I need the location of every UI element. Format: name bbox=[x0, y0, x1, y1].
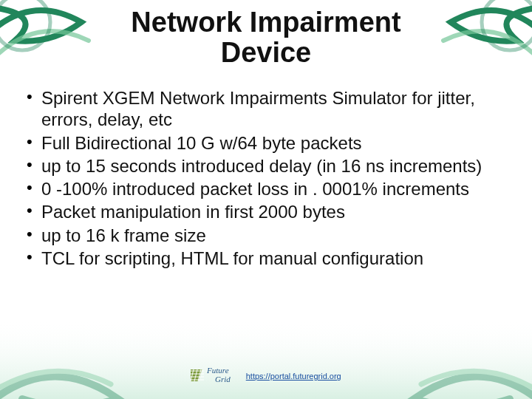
slide: Network Impairment Device Spirent XGEM N… bbox=[0, 0, 532, 399]
slide-body: Spirent XGEM Network Impairments Simulat… bbox=[25, 87, 511, 270]
bullet-list: Spirent XGEM Network Impairments Simulat… bbox=[25, 87, 511, 269]
title-line-2: Device bbox=[221, 37, 312, 68]
bullet-text: Full Bidirectional 10 G w/64 byte packet… bbox=[41, 133, 362, 153]
logo-text-top: Future bbox=[206, 366, 229, 375]
footer-link[interactable]: https://portal.futuregrid.org bbox=[246, 372, 341, 381]
list-item: TCL for scripting, HTML for manual confi… bbox=[25, 248, 511, 269]
list-item: up to 16 k frame size bbox=[25, 225, 511, 246]
slide-title: Network Impairment Device bbox=[0, 7, 532, 68]
logo-text-bottom: Grid bbox=[215, 375, 231, 383]
bullet-text: Spirent XGEM Network Impairments Simulat… bbox=[41, 88, 475, 129]
bullet-text: TCL for scripting, HTML for manual confi… bbox=[41, 248, 423, 268]
bullet-text: 0 -100% introduced packet loss in . 0001… bbox=[41, 179, 469, 199]
list-item: 0 -100% introduced packet loss in . 0001… bbox=[25, 178, 511, 200]
bullet-text: up to 15 seconds introduced delay (in 16… bbox=[41, 156, 482, 176]
list-item: Spirent XGEM Network Impairments Simulat… bbox=[25, 87, 511, 131]
list-item: Full Bidirectional 10 G w/64 byte packet… bbox=[25, 132, 511, 154]
title-line-1: Network Impairment bbox=[131, 7, 400, 38]
futuregrid-logo: Future Grid bbox=[191, 364, 235, 389]
slide-footer: Future Grid https://portal.futuregrid.or… bbox=[0, 364, 532, 389]
bullet-text: Packet manipulation in first 2000 bytes bbox=[41, 202, 345, 222]
list-item: up to 15 seconds introduced delay (in 16… bbox=[25, 155, 511, 177]
bullet-text: up to 16 k frame size bbox=[41, 225, 206, 245]
list-item: Packet manipulation in first 2000 bytes bbox=[25, 201, 511, 222]
